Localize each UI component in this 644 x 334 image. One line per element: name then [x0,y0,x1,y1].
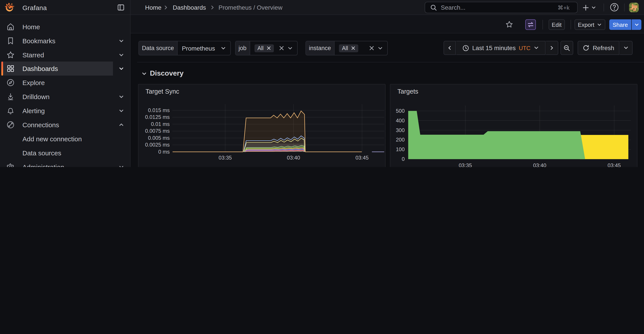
svg-text:0 ms: 0 ms [158,149,170,155]
svg-text:03:35: 03:35 [219,155,232,161]
svg-text:0.01 ms: 0.01 ms [151,121,170,127]
svg-text:03:45: 03:45 [608,162,621,167]
svg-text:200: 200 [396,137,405,142]
svg-text:0.005 ms: 0.005 ms [148,135,170,141]
svg-text:500: 500 [396,108,405,114]
svg-text:0.015 ms: 0.015 ms [148,107,170,113]
svg-text:0.0075 ms: 0.0075 ms [145,128,170,134]
svg-text:0.0025 ms: 0.0025 ms [145,142,170,148]
svg-text:0.0125 ms: 0.0125 ms [145,114,170,120]
svg-text:100: 100 [396,146,405,152]
svg-text:300: 300 [396,127,405,133]
svg-text:03:35: 03:35 [459,162,472,167]
svg-text:400: 400 [396,118,405,124]
svg-text:03:45: 03:45 [356,155,368,161]
svg-text:03:40: 03:40 [287,155,300,161]
svg-text:03:40: 03:40 [533,162,546,167]
svg-text:0: 0 [402,156,405,162]
